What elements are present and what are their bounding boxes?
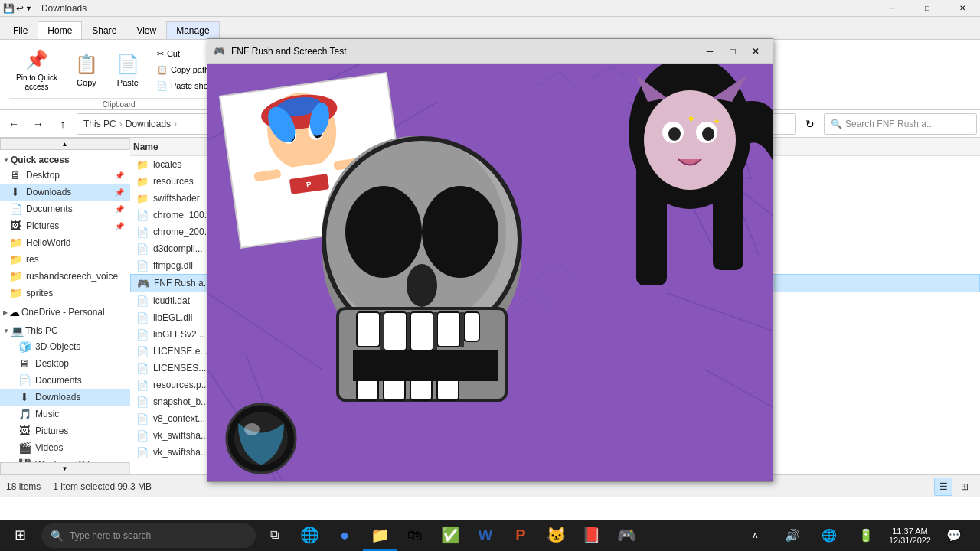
tab-home[interactable]: Home	[38, 21, 82, 39]
minimize-button[interactable]: ─	[874, 0, 910, 17]
taskview-icon: ⧉	[270, 528, 279, 542]
list-view-button[interactable]: ☰	[934, 478, 952, 496]
undo-icon[interactable]: ↩	[16, 3, 24, 14]
sidebar-scroll-down[interactable]: ▼	[0, 462, 129, 474]
sidebar-item-music[interactable]: 🎵 Music	[0, 406, 130, 422]
ribbon-tabs: File Home Share View Manage	[0, 17, 980, 40]
pin-quick-access-button[interactable]: 📌 Pin to Quickaccess	[9, 43, 64, 96]
close-button[interactable]: ✕	[945, 0, 980, 17]
pin-indicator2: 📌	[115, 188, 124, 197]
sidebar-section-onedrive[interactable]: ▶ ☁ OneDrive - Personal	[0, 305, 130, 320]
powerpoint-button[interactable]: P	[504, 520, 537, 551]
store-button[interactable]: 🛍	[398, 520, 432, 551]
tab-manage[interactable]: Manage	[166, 21, 219, 39]
app9-button[interactable]: 📕	[574, 520, 608, 551]
sidebar-item-res[interactable]: 📁 res	[0, 251, 130, 268]
fnf-maximize-button[interactable]: □	[722, 43, 743, 60]
tab-file[interactable]: File	[3, 21, 38, 39]
copy-button[interactable]: 📋 Copy	[67, 43, 106, 96]
paste-button[interactable]: 📄 Paste	[109, 43, 147, 96]
fnf-minimize-button[interactable]: ─	[699, 43, 720, 60]
sidebar-item-documents2[interactable]: 📄 Documents	[0, 372, 130, 389]
todo-button[interactable]: ✅	[433, 520, 467, 551]
sidebar-item-rushandscreech[interactable]: 📁 rushandscreech_voice	[0, 268, 130, 285]
start-button[interactable]: ⊞	[3, 520, 37, 551]
tab-share[interactable]: Share	[82, 21, 126, 39]
word-button[interactable]: W	[469, 520, 502, 551]
store-icon: 🛍	[407, 527, 423, 544]
svg-rect-40	[380, 312, 384, 350]
save-icon[interactable]: 💾	[3, 3, 15, 14]
tab-view[interactable]: View	[126, 21, 166, 39]
sidebar-scroll-up[interactable]: ▲	[0, 138, 129, 150]
battery-button[interactable]: 🔋	[849, 520, 883, 551]
sidebar-item-desktop[interactable]: 🖥 Desktop 📌	[0, 167, 130, 184]
sidebar-item-downloads[interactable]: ⬇ Downloads 📌	[0, 184, 130, 201]
sidebar-item-sprites[interactable]: 📁 sprites	[0, 285, 130, 302]
sidebar-item-3dobjects[interactable]: 🧊 3D Objects	[0, 338, 130, 355]
taskbar-search[interactable]: 🔍 Type here to search	[41, 523, 256, 548]
sidebar: ▼ Quick access 🖥 Desktop 📌 ⬇ Downloads 📌…	[0, 150, 130, 462]
sidebar-item-pictures[interactable]: 🖼 Pictures 📌	[0, 217, 130, 234]
show-hidden-icons[interactable]: ∧	[739, 520, 773, 551]
sidebar-desktop2-label: Desktop	[35, 358, 69, 369]
sidebar-item-downloads2[interactable]: ⬇ Downloads	[0, 389, 130, 406]
3dobjects-icon: 🧊	[18, 341, 31, 353]
sidebar-item-videos[interactable]: 🎬 Videos	[0, 439, 130, 456]
file-icon: 📄	[136, 446, 149, 458]
svg-point-30	[345, 186, 422, 278]
svg-point-61	[244, 423, 260, 435]
notification-button[interactable]: 💬	[937, 520, 971, 551]
res-icon: 📁	[9, 253, 21, 266]
breadcrumb-downloads[interactable]: Downloads	[126, 119, 171, 129]
maximize-button[interactable]: □	[910, 0, 945, 17]
fnf-window: 🎮 FNF Rush and Screech Test ─ □ ✕	[207, 38, 773, 482]
grid-view-button[interactable]: ⊞	[956, 478, 974, 496]
edge-button[interactable]: 🌐	[292, 520, 326, 551]
volume-icon: 🔊	[785, 528, 800, 543]
sidebar-section-thispc[interactable]: ▼ 💻 This PC	[0, 323, 130, 338]
expand-icon-onedrive: ▶	[3, 309, 8, 316]
chrome-button[interactable]: ●	[328, 520, 361, 551]
app9-icon: 📕	[582, 526, 601, 544]
pin-icon: 📌	[24, 47, 49, 72]
file-name: chrome_100...	[153, 210, 212, 220]
copy-path-icon: 📋	[157, 65, 168, 75]
items-count: 18 items	[6, 481, 41, 492]
sidebar-item-desktop2[interactable]: 🖥 Desktop	[0, 355, 130, 372]
time-display[interactable]: 11:37 AM 12/31/2022	[886, 527, 934, 545]
taskview-button[interactable]: ⧉	[257, 520, 291, 551]
search-bar[interactable]: 🔍 Search FNF Rush a...	[824, 113, 977, 135]
scratch-button[interactable]: 🐱	[539, 520, 573, 551]
breadcrumb-thispc[interactable]: This PC	[83, 119, 116, 129]
sidebar-sprites-label: sprites	[26, 288, 53, 298]
svg-point-56	[702, 127, 714, 141]
search-text: Search FNF Rush a...	[845, 119, 934, 129]
app10-button[interactable]: 🎮	[609, 520, 643, 551]
title-bar-controls: ─ □ ✕	[874, 0, 980, 17]
fnf-close-button[interactable]: ✕	[745, 43, 766, 60]
sidebar-section-quickaccess[interactable]: ▼ Quick access	[0, 153, 130, 167]
sidebar-item-windowsc[interactable]: 💾 Windows (C:)	[0, 456, 130, 462]
explorer-button[interactable]: 📁	[363, 520, 397, 551]
sidebar-item-helloworld[interactable]: 📁 HelloWorld	[0, 234, 130, 251]
sidebar-music-label: Music	[35, 409, 59, 419]
back-button[interactable]: ←	[3, 113, 24, 135]
word-icon: W	[479, 527, 493, 544]
up-button[interactable]: ↑	[52, 113, 74, 135]
sidebar-item-pictures2[interactable]: 🖼 Pictures	[0, 422, 130, 439]
dropdown-arrow[interactable]: ▼	[25, 5, 32, 12]
notification-icon: 💬	[946, 528, 962, 543]
refresh-button[interactable]: ↻	[799, 113, 821, 135]
search-placeholder-text: Type here to search	[70, 530, 151, 541]
forward-button[interactable]: →	[28, 113, 49, 135]
scratch-icon: 🐱	[547, 526, 566, 544]
sidebar-item-documents[interactable]: 📄 Documents 📌	[0, 201, 130, 217]
svg-rect-35	[357, 312, 380, 347]
network-button[interactable]: 🌐	[812, 520, 846, 551]
desktop-icon: 🖥	[9, 169, 21, 181]
fnf-game-content[interactable]: P	[207, 64, 773, 481]
ribbon-buttons-row: 📌 Pin to Quickaccess 📋 Copy 📄 Paste ✂	[9, 43, 228, 96]
search-magnify-icon: 🔍	[51, 530, 64, 542]
volume-button[interactable]: 🔊	[776, 520, 809, 551]
